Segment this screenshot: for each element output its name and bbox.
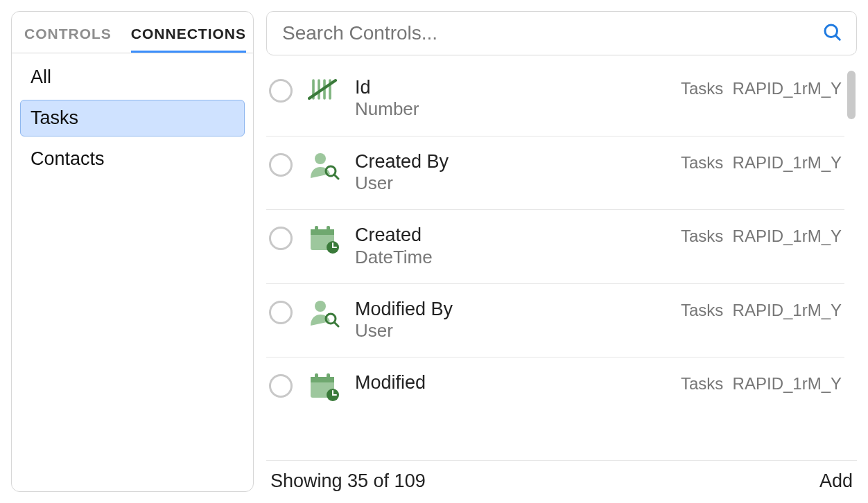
sidebar-item-tasks[interactable]: Tasks xyxy=(20,100,245,136)
row-source-1: Tasks xyxy=(681,374,723,393)
row-source-1: Tasks xyxy=(681,79,723,98)
search-input[interactable] xyxy=(281,21,822,45)
row-radio[interactable] xyxy=(269,301,293,324)
row-text: Created By User xyxy=(355,150,667,195)
control-row[interactable]: Id Number Tasks RAPID_1rM_Y xyxy=(266,68,844,136)
search-bar xyxy=(266,11,857,55)
row-source: Tasks RAPID_1rM_Y xyxy=(681,227,842,246)
row-radio[interactable] xyxy=(269,79,293,103)
svg-rect-23 xyxy=(327,373,330,380)
control-row[interactable]: Created DateTime Tasks RAPID_1rM_Y xyxy=(266,210,844,284)
row-source: Tasks RAPID_1rM_Y xyxy=(681,301,842,320)
row-radio[interactable] xyxy=(269,153,293,177)
row-type: DateTime xyxy=(355,247,667,268)
row-title: Modified By xyxy=(355,298,667,320)
datetime-icon xyxy=(306,224,341,254)
row-text: Modified By User xyxy=(355,298,667,342)
row-source-1: Tasks xyxy=(681,227,723,245)
svg-line-1 xyxy=(836,36,840,40)
row-title: Modified xyxy=(355,371,667,394)
control-row[interactable]: Created By User Tasks RAPID_1rM_Y xyxy=(266,136,844,211)
controls-list: Id Number Tasks RAPID_1rM_Y xyxy=(266,68,844,460)
svg-rect-12 xyxy=(315,226,318,233)
sidebar: CONTROLS CONNECTIONS All Tasks Contacts xyxy=(11,11,254,492)
control-row[interactable]: Modified By User Tasks RAPID_1rM_Y xyxy=(266,284,844,358)
row-radio[interactable] xyxy=(269,227,293,250)
scrollbar-thumb[interactable] xyxy=(847,71,856,119)
user-lookup-icon xyxy=(306,150,341,181)
app-root: CONTROLS CONNECTIONS All Tasks Contacts xyxy=(0,0,868,503)
row-title: Id xyxy=(355,76,667,98)
sidebar-item-all[interactable]: All xyxy=(20,59,245,96)
svg-line-19 xyxy=(334,322,338,326)
user-lookup-icon xyxy=(306,298,341,328)
row-text: Created DateTime xyxy=(355,224,667,268)
sidebar-tabs: CONTROLS CONNECTIONS xyxy=(12,19,253,53)
row-source-2: RAPID_1rM_Y xyxy=(733,153,842,172)
svg-rect-21 xyxy=(311,377,334,382)
row-source: Tasks RAPID_1rM_Y xyxy=(681,153,842,173)
control-row[interactable]: Modified DateTime Tasks RAPID_1rM_Y xyxy=(266,358,844,416)
row-type: User xyxy=(355,320,667,342)
row-type: Number xyxy=(355,98,667,120)
row-source-2: RAPID_1rM_Y xyxy=(733,301,842,319)
row-source: Tasks RAPID_1rM_Y xyxy=(681,374,842,394)
row-source-2: RAPID_1rM_Y xyxy=(733,79,842,98)
svg-point-7 xyxy=(315,153,326,164)
row-source: Tasks RAPID_1rM_Y xyxy=(681,79,842,98)
svg-point-17 xyxy=(315,301,326,312)
tab-connections[interactable]: CONNECTIONS xyxy=(131,26,246,53)
row-type: User xyxy=(355,173,667,194)
row-title: Created xyxy=(355,224,667,246)
row-text: Modified DateTime xyxy=(355,371,667,416)
showing-count: Showing 35 of 109 xyxy=(270,470,426,492)
tally-icon xyxy=(306,76,341,107)
main-panel: Id Number Tasks RAPID_1rM_Y xyxy=(266,11,857,492)
svg-rect-11 xyxy=(311,229,334,235)
row-radio[interactable] xyxy=(269,374,293,398)
add-button[interactable]: Add xyxy=(819,470,853,492)
tab-controls[interactable]: CONTROLS xyxy=(24,26,112,53)
svg-line-9 xyxy=(334,175,338,179)
svg-rect-22 xyxy=(315,373,318,380)
list-footer: Showing 35 of 109 Add xyxy=(266,460,857,492)
datetime-icon xyxy=(306,371,341,402)
sidebar-item-contacts[interactable]: Contacts xyxy=(20,141,245,177)
search-icon[interactable] xyxy=(822,21,842,45)
row-text: Id Number xyxy=(355,76,667,121)
sidebar-list: All Tasks Contacts xyxy=(12,53,253,183)
row-title: Created By xyxy=(355,150,667,173)
row-source-1: Tasks xyxy=(681,153,723,172)
controls-list-wrap: Id Number Tasks RAPID_1rM_Y xyxy=(266,68,857,460)
row-source-2: RAPID_1rM_Y xyxy=(733,374,842,393)
row-source-2: RAPID_1rM_Y xyxy=(733,227,842,245)
svg-rect-13 xyxy=(327,226,330,233)
row-source-1: Tasks xyxy=(681,301,723,319)
